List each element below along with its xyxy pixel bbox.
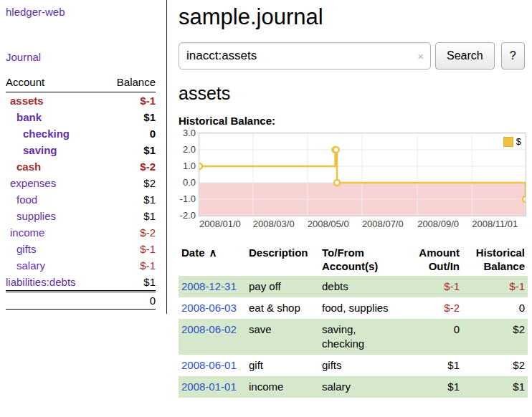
header-date-label: Date [181,246,205,259]
account-row-income: income $-2 [6,224,156,241]
account-balance: $1 [143,276,156,288]
data-point-marker [199,163,202,169]
transaction-amount: $1 [396,355,462,376]
header-date[interactable]: Date∧ [179,243,246,276]
register-row: 2008-06-02 save saving, checking 0 $2 [179,319,528,355]
account-balance: $-1 [140,259,156,272]
x-axis-tick-label: 2008/01/0 [199,219,241,229]
help-button[interactable]: ? [501,42,525,70]
account-link[interactable]: liabilities:debts [6,276,76,288]
transaction-amount: $-1 [396,276,462,297]
data-point-marker [333,147,339,153]
transaction-description: income [246,376,319,398]
sort-ascending-icon: ∧ [209,246,217,259]
register-row: 2008-01-01 income salary $1 $1 [179,376,528,398]
register-table: Date∧ Description To/From Account(s) Amo… [179,243,528,398]
y-axis-tick-label: 0.0 [179,178,196,188]
historical-balance-chart: 3.02.01.00.0-1.0-2.0 $ 2008/01/02008/03/… [179,133,528,231]
transaction-amount: $-2 [396,297,462,319]
account-link[interactable]: food [6,193,37,206]
transaction-date-link[interactable]: 2008-06-03 [179,297,246,319]
account-link[interactable]: salary [6,259,45,272]
clear-search-icon[interactable]: × [417,50,424,62]
account-balance: $-1 [140,243,156,255]
y-axis-tick-label: 3.0 [179,128,196,138]
transaction-accounts: debts [319,276,396,297]
transaction-balance: 0 [462,297,528,319]
register-row: 2008-06-01 gift gifts $1 $2 [179,355,528,376]
account-balance: $1 [143,193,156,206]
accounts-header-balance: Balance [117,76,156,88]
hledger-web-app: hledger-web Journal Account Balance asse… [0,0,532,398]
account-row-checking: checking 0 [6,125,156,142]
account-row-bank: bank $1 [6,109,156,125]
account-link[interactable]: assets [6,95,44,107]
account-link[interactable]: saving [6,144,57,156]
account-link[interactable]: supplies [6,210,56,222]
y-axis-tick-label: 2.0 [179,145,196,155]
transaction-accounts: salary [319,376,396,398]
account-balance: $-1 [140,95,156,107]
transaction-accounts: food, supplies [319,297,396,319]
transaction-accounts: gifts [319,355,396,376]
account-balance: $-2 [140,160,156,173]
x-axis-tick-label: 2008/05/0 [308,219,349,229]
page-title: sample.journal [179,4,528,30]
series-color-swatch [503,137,513,147]
register-header-row: Date∧ Description To/From Account(s) Amo… [179,243,528,276]
transaction-balance: $2 [462,355,528,376]
account-row-gifts: gifts $-1 [6,241,156,257]
chart-title: Historical Balance: [179,115,528,127]
y-axis-tick-label: -2.0 [179,211,196,221]
chart-plot-area: $ [199,133,526,216]
account-row-liabilities-debts: liabilities:debts $1 [6,274,156,290]
x-axis-tick-label: 2008/07/0 [362,219,404,229]
register-row: 2008-06-03 eat & shop food, supplies $-2… [179,297,528,319]
account-balance: $2 [143,177,156,189]
accounts-table-header: Account Balance [6,75,156,92]
data-point-marker [523,196,526,202]
transaction-description: gift [246,355,319,376]
account-link[interactable]: bank [6,111,42,123]
accounts-total-row: 0 [6,290,156,310]
register-row: 2008-12-31 pay off debts $-1 $-1 [179,276,528,297]
account-row-cash: cash $-2 [6,158,156,175]
transaction-description: eat & shop [246,297,319,319]
accounts-total-value: 0 [150,294,156,307]
transaction-date-link[interactable]: 2008-06-02 [179,319,246,355]
header-amount: Amount Out/In [396,243,462,276]
account-balance: $1 [143,210,156,222]
transaction-description: pay off [246,276,319,297]
transaction-date-link[interactable]: 2008-06-01 [179,355,246,376]
account-balance: $1 [143,144,156,156]
search-button[interactable]: Search [435,42,495,70]
search-box: × [179,42,431,70]
account-row-expenses: expenses $2 [6,175,156,191]
brand-link[interactable]: hledger-web [6,6,156,18]
account-row-saving: saving $1 [6,142,156,158]
search-input[interactable] [179,42,431,70]
header-accounts: To/From Account(s) [319,243,396,276]
transaction-date-link[interactable]: 2008-12-31 [179,276,246,297]
y-axis-tick-label: -1.0 [179,194,196,204]
account-link[interactable]: gifts [6,243,37,255]
account-link[interactable]: expenses [6,177,56,189]
account-link[interactable]: income [6,226,44,239]
nav-journal-link[interactable]: Journal [6,51,156,63]
account-link[interactable]: cash [6,160,41,173]
transaction-accounts: saving, checking [319,319,396,355]
transaction-balance: $-1 [462,276,528,297]
account-row-food: food $1 [6,191,156,208]
y-axis-tick-label: 1.0 [179,161,196,171]
balance-chart-svg [199,133,526,216]
chart-legend: $ [501,135,523,148]
x-axis-tick-label: 2008/09/0 [417,219,459,229]
account-balance: 0 [150,128,156,140]
account-row-supplies: supplies $1 [6,208,156,224]
account-balance: $-2 [140,226,156,239]
transaction-date-link[interactable]: 2008-01-01 [179,376,246,398]
x-axis-tick-label: 2008/11/01 [472,219,518,229]
main-content: sample.journal × Search ? assets Histori… [167,0,532,398]
account-link[interactable]: checking [6,128,70,140]
accounts-header-account: Account [6,76,44,88]
